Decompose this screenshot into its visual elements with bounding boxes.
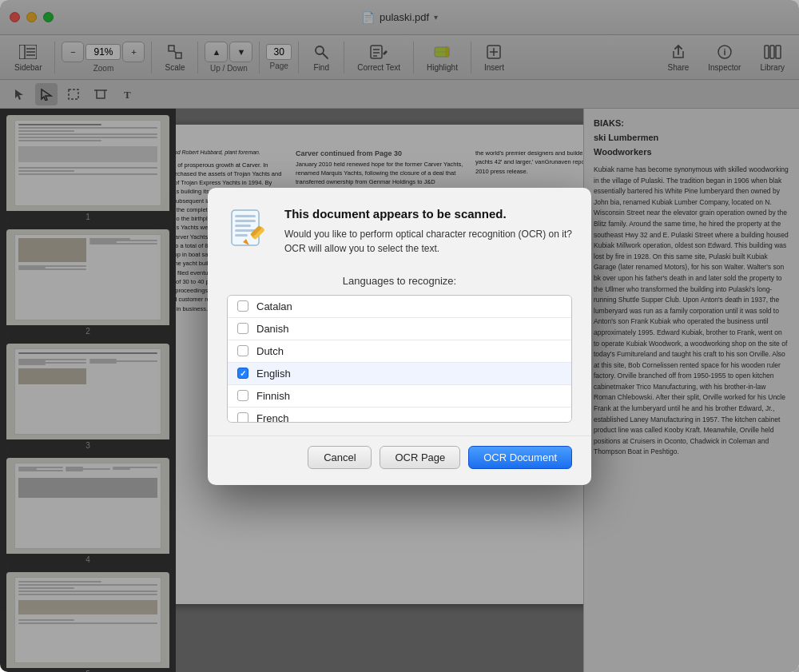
svg-rect-32: [235, 220, 256, 222]
finnish-label: Finnish: [256, 390, 290, 402]
dutch-checkbox[interactable]: [237, 345, 248, 356]
ocr-dialog: This document appears to be scanned. Wou…: [208, 188, 591, 485]
ocr-dialog-icon: [227, 207, 272, 252]
danish-checkbox[interactable]: [237, 323, 248, 334]
svg-rect-34: [235, 229, 256, 232]
dialog-desc-line2: OCR will allow you to select the text.: [284, 241, 572, 256]
english-label: English: [256, 368, 291, 380]
catalan-label: Catalan: [256, 300, 292, 312]
languages-label: Languages to recognize:: [227, 275, 572, 287]
cancel-button[interactable]: Cancel: [308, 446, 372, 469]
danish-label: Danish: [256, 323, 288, 335]
language-item-french[interactable]: French: [228, 408, 571, 423]
finnish-checkbox[interactable]: [237, 390, 248, 401]
french-checkbox[interactable]: [237, 412, 248, 423]
language-item-finnish[interactable]: Finnish: [228, 385, 571, 408]
english-checkbox[interactable]: [237, 368, 248, 379]
dialog-desc-line1: Would you like to perform optical charac…: [284, 227, 572, 241]
language-item-danish[interactable]: Danish: [228, 318, 571, 340]
language-item-english[interactable]: English: [228, 363, 571, 385]
dutch-label: Dutch: [256, 345, 284, 357]
svg-rect-31: [235, 215, 256, 217]
main-window: 📄 pulaski.pdf ▾ Sidebar −: [0, 0, 799, 672]
dialog-title: This document appears to be scanned.: [284, 207, 572, 221]
dialog-body: Languages to recognize: Catalan Danish: [208, 268, 591, 435]
languages-list: Catalan Danish Dutch Engli: [227, 295, 572, 423]
dialog-footer: Cancel OCR Page OCR Document: [208, 435, 591, 485]
svg-rect-33: [235, 225, 251, 227]
svg-rect-35: [235, 234, 248, 237]
dialog-header: This document appears to be scanned. Wou…: [208, 188, 591, 268]
dialog-text-content: This document appears to be scanned. Wou…: [284, 207, 572, 256]
dialog-overlay: This document appears to be scanned. Wou…: [0, 0, 799, 672]
ocr-page-button[interactable]: OCR Page: [380, 446, 460, 469]
catalan-checkbox[interactable]: [237, 300, 248, 312]
language-item-catalan[interactable]: Catalan: [228, 296, 571, 318]
language-item-dutch[interactable]: Dutch: [228, 340, 571, 363]
french-label: French: [256, 412, 288, 423]
ocr-document-button[interactable]: OCR Document: [468, 446, 572, 469]
